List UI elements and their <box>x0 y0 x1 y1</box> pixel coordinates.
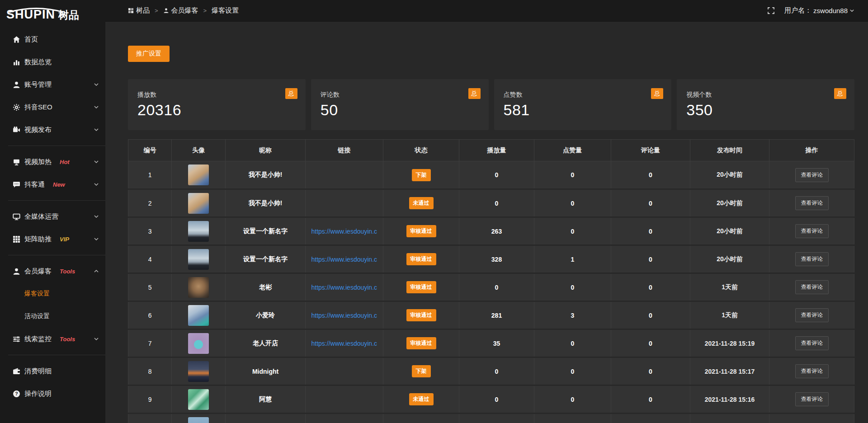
cell-time: 2021-11-28 15:17 <box>690 357 769 385</box>
cell-status: 审核通过 <box>383 217 459 245</box>
sidebar-item-消费明细[interactable]: 消费明细 <box>0 360 105 382</box>
cell-nickname: 老彬 <box>226 273 306 301</box>
monitor-icon <box>12 212 20 221</box>
cell-status: 下架 <box>383 357 459 385</box>
sidebar-item-首页[interactable]: 首页 <box>0 28 105 51</box>
breadcrumb-item-shupin[interactable]: 树品 <box>128 6 150 15</box>
user-menu[interactable]: 用户名：zswodun88 <box>784 6 854 15</box>
main-content: 推广设置 播放数 20316 总 评论数 50 总 点赞数 581 总 视频个数… <box>105 22 868 423</box>
view-comments-button[interactable]: 查看评论 <box>795 224 829 238</box>
cell-status: 审核通过 <box>383 329 459 357</box>
sidebar-item-数据总览[interactable]: 数据总览 <box>0 51 105 73</box>
status-badge: 下架 <box>412 169 431 181</box>
cell-comments <box>611 414 690 423</box>
sidebar-item-抖音SEO[interactable]: 抖音SEO <box>0 96 105 118</box>
breadcrumb-label: 爆客设置 <box>212 6 239 15</box>
sidebar-item-操作说明[interactable]: ?操作说明 <box>0 382 105 405</box>
cell-likes: 0 <box>534 161 611 189</box>
cell-avatar <box>172 161 226 189</box>
stat-card-plays: 播放数 20316 总 <box>128 79 306 130</box>
video-link[interactable]: https://www.iesdouyin.c <box>306 312 383 319</box>
cell-time: 1天前 <box>690 273 769 301</box>
total-badge: 总 <box>651 88 663 99</box>
view-comments-button[interactable]: 查看评论 <box>795 280 829 294</box>
table-row: 3设置一个新名字https://www.iesdouyin.c审核通过26300… <box>128 217 854 245</box>
username-value: zswodun88 <box>813 7 848 14</box>
cell-link <box>305 414 383 423</box>
cell-comments: 0 <box>611 189 690 217</box>
view-comments-button[interactable]: 查看评论 <box>795 364 829 378</box>
col-header-time: 发布时间 <box>690 140 769 161</box>
stat-value: 20316 <box>137 101 297 119</box>
promo-settings-button[interactable]: 推广设置 <box>128 46 170 62</box>
submenu-item-活动设置[interactable]: 活动设置 <box>0 305 105 328</box>
cell-link <box>305 189 383 217</box>
sidebar-item-视频加热[interactable]: 视频加热Hot <box>0 150 105 173</box>
sidebar-divider <box>8 355 105 355</box>
table-row: 4设置一个新名字https://www.iesdouyin.c审核通过32810… <box>128 245 854 273</box>
fullscreen-icon[interactable] <box>768 7 774 14</box>
sidebar-item-label: 账号管理 <box>24 80 52 89</box>
table-row: 9阿慧未通过0002021-11-28 15:16查看评论 <box>128 385 854 414</box>
col-header-actions: 操作 <box>769 140 854 161</box>
cell-link: https://www.iesdouyin.c <box>305 273 383 301</box>
view-comments-button[interactable]: 查看评论 <box>795 392 829 406</box>
table-row <box>128 414 854 423</box>
dashboard-icon <box>128 8 134 14</box>
breadcrumb-item-member[interactable]: 会员爆客 <box>163 6 198 15</box>
view-comments-button[interactable]: 查看评论 <box>795 252 829 266</box>
cell-link: https://www.iesdouyin.c <box>305 301 383 329</box>
sidebar-item-线索监控[interactable]: 线索监控Tools <box>0 328 105 350</box>
stats-row: 播放数 20316 总 评论数 50 总 点赞数 581 总 视频个数 350 … <box>128 79 854 130</box>
avatar <box>188 361 209 382</box>
video-table: 编号 头像 昵称 链接 状态 播放量 点赞量 评论量 发布时间 操作 1我不是小… <box>128 139 854 423</box>
video-link[interactable]: https://www.iesdouyin.c <box>306 256 383 263</box>
help-icon: ? <box>12 390 20 398</box>
sidebar: SHUPIN 树品 首页数据总览账号管理抖音SEO视频发布视频加热Hot抖客通N… <box>0 0 105 423</box>
cell-plays: 0 <box>459 357 534 385</box>
cell-link <box>305 357 383 385</box>
avatar <box>188 193 209 214</box>
video-link[interactable]: https://www.iesdouyin.c <box>306 284 383 291</box>
chevron-down-icon <box>94 214 99 219</box>
cell-time: 2021-11-28 15:16 <box>690 385 769 414</box>
cell-actions: 查看评论 <box>769 329 854 357</box>
cell-comments: 0 <box>611 217 690 245</box>
sidebar-divider <box>8 255 105 255</box>
view-comments-button[interactable]: 查看评论 <box>795 168 829 182</box>
cell-time: 2021-11-28 15:19 <box>690 329 769 357</box>
user-icon <box>163 8 169 14</box>
view-comments-button[interactable]: 查看评论 <box>795 196 829 210</box>
sidebar-item-label: 抖音SEO <box>24 103 52 112</box>
avatar <box>188 417 209 423</box>
status-badge: 未通过 <box>409 197 434 209</box>
logo[interactable]: SHUPIN 树品 <box>0 0 105 22</box>
view-comments-button[interactable]: 查看评论 <box>795 336 829 350</box>
stat-label: 视频个数 <box>686 91 845 99</box>
sidebar-item-矩阵助推[interactable]: 矩阵助推VIP <box>0 228 105 250</box>
cell-likes: 3 <box>534 301 611 329</box>
cell-actions: 查看评论 <box>769 189 854 217</box>
cell-avatar <box>172 245 226 273</box>
sidebar-item-账号管理[interactable]: 账号管理 <box>0 73 105 96</box>
sidebar-item-会员爆客[interactable]: 会员爆客Tools <box>0 260 105 282</box>
sidebar-item-视频发布[interactable]: 视频发布 <box>0 118 105 141</box>
status-badge: 未通过 <box>409 393 434 405</box>
avatar <box>188 164 209 185</box>
video-link[interactable]: https://www.iesdouyin.c <box>306 228 383 235</box>
sidebar-item-全媒体运营[interactable]: 全媒体运营 <box>0 205 105 228</box>
cell-nickname: 我不是小帅! <box>226 189 306 217</box>
cell-status: 未通过 <box>383 189 459 217</box>
view-comments-button[interactable]: 查看评论 <box>795 308 829 322</box>
sidebar-item-抖客通[interactable]: 抖客通New <box>0 173 105 196</box>
cell-nickname: 阿慧 <box>226 385 306 414</box>
cell-id: 2 <box>128 189 172 217</box>
video-link[interactable]: https://www.iesdouyin.c <box>306 340 383 347</box>
col-header-link: 链接 <box>305 140 383 161</box>
cell-status: 未通过 <box>383 385 459 414</box>
stat-label: 播放数 <box>137 91 297 99</box>
col-header-nickname: 昵称 <box>226 140 306 161</box>
submenu-item-爆客设置[interactable]: 爆客设置 <box>0 282 105 305</box>
sidebar-divider <box>8 200 105 201</box>
sidebar-item-label: 消费明细 <box>24 367 52 376</box>
